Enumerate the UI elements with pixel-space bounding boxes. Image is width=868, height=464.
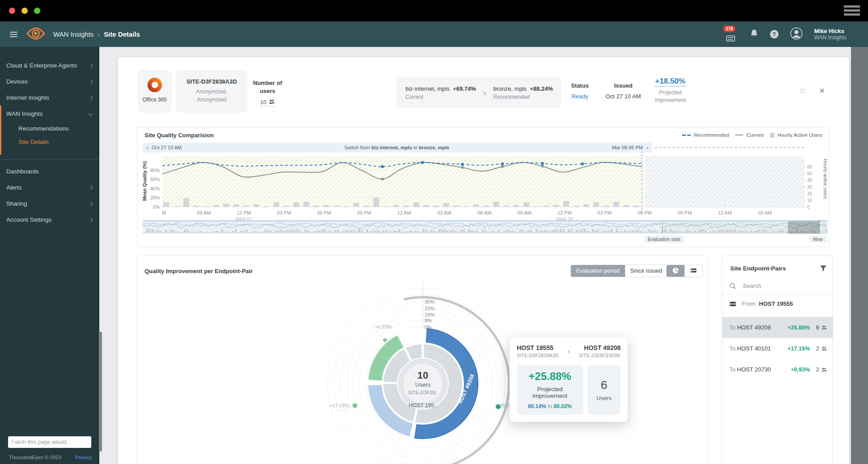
evaluation-start-label: Evaluation start bbox=[644, 236, 684, 243]
chevron-right-icon bbox=[89, 63, 93, 67]
site-quality-chart[interactable]: M09 AM12 PM03 PM06 PM09 PM12 AM03 AM06 A… bbox=[137, 152, 830, 227]
tooltip-to-host: HOST 49208 bbox=[573, 344, 621, 351]
chart-legend: RecommendedCurrentHourly Active Users bbox=[682, 132, 822, 138]
favorite-star-icon[interactable]: ☆ bbox=[799, 85, 807, 96]
sidebar-item-dashboards[interactable]: Dashboards bbox=[0, 163, 99, 179]
close-icon[interactable]: ✕ bbox=[819, 87, 825, 95]
sidebar-item-devices[interactable]: Devices bbox=[0, 73, 99, 89]
users-summary: Number of users 10 bbox=[243, 80, 292, 107]
now-label: Now bbox=[809, 236, 826, 243]
projected-improvement-value[interactable]: +18.50% bbox=[655, 77, 685, 87]
window-prev-icon[interactable]: ‹ bbox=[143, 144, 152, 151]
svg-text:12 PM: 12 PM bbox=[557, 210, 572, 215]
sidebar-item-site-details[interactable]: Site Details bbox=[1, 135, 99, 148]
sidebar-item-recommendations[interactable]: Recommendations bbox=[1, 122, 99, 135]
dashed-line-swatch bbox=[682, 135, 691, 136]
window-start-label: Oct 27 10 AM bbox=[152, 145, 182, 150]
pie-view-button[interactable] bbox=[667, 265, 685, 277]
tooltip-chevron-icon: › bbox=[567, 347, 570, 356]
from-prefix: From bbox=[742, 300, 755, 307]
feedback-input[interactable] bbox=[8, 436, 91, 448]
sidebar-item-wan-insights[interactable]: WAN Insights bbox=[1, 105, 99, 122]
status-badge: Ready bbox=[562, 93, 598, 100]
improvement-caption-1: Projected bbox=[646, 89, 695, 96]
endpoint-row-host-40101[interactable]: To HOST 40101+17.15%2 bbox=[722, 338, 833, 359]
endpoint-row-host-49208[interactable]: To HOST 49208+25.88%6 bbox=[722, 317, 833, 338]
filter-icon[interactable] bbox=[820, 265, 827, 272]
help-icon[interactable]: ? bbox=[770, 30, 779, 38]
avatar[interactable] bbox=[790, 27, 803, 42]
legend-current[interactable]: Current bbox=[735, 132, 763, 138]
timeline-overview-strip[interactable] bbox=[143, 220, 827, 234]
sidebar-scrollbar[interactable] bbox=[99, 332, 102, 451]
thousandeyes-logo-icon[interactable] bbox=[26, 26, 45, 42]
pie-chart-icon bbox=[672, 267, 679, 274]
privacy-link[interactable]: Privacy bbox=[75, 455, 92, 460]
sunburst-center-value: 10 bbox=[396, 370, 450, 381]
sunburst-scale-tick: 22% bbox=[425, 306, 434, 311]
sunburst-source-host: HOST 195.. bbox=[396, 402, 450, 409]
users-count[interactable]: 10 bbox=[260, 99, 275, 107]
from-host-row[interactable]: From HOST 19555 bbox=[722, 295, 833, 313]
svg-text:12 AM: 12 AM bbox=[397, 210, 411, 215]
svg-text:09 AM: 09 AM bbox=[197, 210, 211, 215]
svg-text:0: 0 bbox=[807, 205, 810, 210]
zoom-window-button[interactable] bbox=[34, 8, 40, 14]
sunburst-scale-tick: 8% bbox=[425, 318, 432, 323]
usage-meter-icon bbox=[726, 35, 735, 42]
endpoint-row-host-20730[interactable]: To HOST 20730+0.93%2 bbox=[722, 359, 833, 380]
row-improvement: +17.15% bbox=[787, 346, 810, 352]
recommended-caption: Recommended bbox=[494, 94, 553, 100]
svg-text:60: 60 bbox=[807, 165, 813, 169]
period-toggle: Evaluation period Since issued bbox=[570, 265, 668, 277]
search-icon bbox=[729, 283, 736, 290]
list-view-button[interactable] bbox=[685, 265, 702, 277]
sidebar-item-account-settings[interactable]: Account Settings bbox=[0, 211, 99, 228]
legend-recommended[interactable]: Recommended bbox=[682, 132, 729, 138]
list-view-icon bbox=[690, 267, 697, 274]
svg-text:60%: 60% bbox=[150, 177, 160, 182]
sidebar-toggle-icon[interactable] bbox=[10, 30, 17, 38]
sidebar-item-internet-insights[interactable]: Internet Insights bbox=[0, 89, 99, 105]
recommended-path: bronze, mpls bbox=[494, 85, 527, 92]
quality-chart-title: Site Quality Comparision bbox=[145, 132, 214, 139]
svg-text:12 PM: 12 PM bbox=[237, 210, 251, 215]
legend-hourly-active-users[interactable]: Hourly Active Users bbox=[770, 132, 822, 138]
toggle-evaluation-period[interactable]: Evaluation period bbox=[571, 265, 625, 277]
improvement-dot[interactable] bbox=[383, 338, 387, 342]
app-window: WAN Insights › Site Details 378 ? bbox=[0, 0, 868, 464]
site-tile: SITE-D3F2838A3D Anonymized, Anonymized bbox=[176, 70, 247, 113]
office-365-icon bbox=[146, 76, 163, 93]
app-tile: Office 365 bbox=[137, 70, 172, 113]
breadcrumb-root[interactable]: WAN Insights bbox=[53, 30, 94, 38]
svg-text:30: 30 bbox=[807, 185, 813, 190]
toggle-since-issued[interactable]: Since issued bbox=[625, 265, 668, 277]
close-window-button[interactable] bbox=[9, 8, 15, 14]
window-next-icon[interactable]: › bbox=[643, 144, 652, 151]
svg-text:03 PM: 03 PM bbox=[277, 210, 291, 215]
sunburst-scale-tick: 30% bbox=[425, 299, 434, 304]
user-org: WAN Insights bbox=[814, 34, 847, 41]
browser-menu-icon[interactable] bbox=[844, 5, 860, 16]
sidebar-item-sharing[interactable]: Sharing bbox=[0, 195, 99, 211]
tooltip-improvement-label: Projected improvement bbox=[520, 386, 579, 399]
improvement-caption-2: improvement bbox=[646, 97, 695, 103]
users-icon bbox=[268, 99, 275, 105]
from-host: HOST 19555 bbox=[759, 300, 793, 307]
status-label: Status bbox=[562, 82, 598, 89]
breadcrumb-separator: › bbox=[98, 31, 100, 38]
row-users: 6 bbox=[810, 324, 827, 331]
improvement-title: Quality Improvement per Endpoint-Pair bbox=[145, 268, 253, 274]
endpoint-pairs-panel: Site Endpoint-Pairs From HOST 19555 To bbox=[722, 256, 833, 464]
minimize-window-button[interactable] bbox=[21, 8, 28, 14]
search-input[interactable] bbox=[742, 282, 809, 290]
sidebar-item-alerts[interactable]: Alerts bbox=[0, 179, 99, 195]
sunburst-scale-tick: 15% bbox=[425, 312, 434, 317]
notifications-bell-icon[interactable] bbox=[750, 29, 758, 39]
svg-text:50: 50 bbox=[807, 171, 813, 176]
sidebar-item-cloud-enterprise-agents[interactable]: Cloud & Enterprise Agents bbox=[0, 57, 99, 73]
tooltip-from-site: SITE-D3F2838A3D bbox=[517, 353, 565, 358]
usage-meter-button[interactable]: 378 bbox=[723, 25, 738, 43]
current-path: biz-internet, mpls bbox=[405, 85, 450, 92]
window-scrollbar[interactable] bbox=[851, 47, 868, 464]
